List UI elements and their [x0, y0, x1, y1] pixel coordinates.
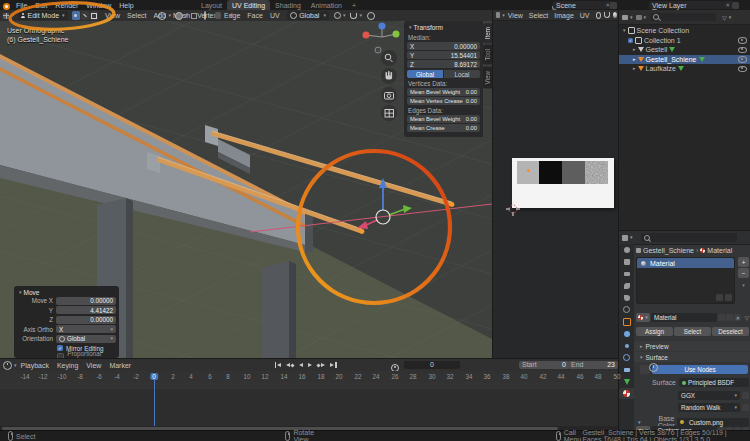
- frame-tick[interactable]: 6: [206, 373, 214, 380]
- number-field[interactable]: Y 15.54401: [407, 51, 480, 59]
- frame-tick[interactable]: 42: [537, 373, 548, 380]
- collection-checkbox[interactable]: ✓: [628, 38, 633, 43]
- filter-icon[interactable]: ▽: [722, 14, 727, 21]
- uv-display-icon[interactable]: [613, 12, 617, 18]
- space-option[interactable]: Global: [407, 70, 443, 78]
- menu-item[interactable]: Help: [115, 2, 137, 9]
- browse-material-button[interactable]: ▾: [636, 313, 650, 322]
- frame-tick[interactable]: 24: [370, 373, 381, 380]
- number-field[interactable]: Mean Bevel Weight 0.00: [407, 115, 480, 123]
- frame-tick[interactable]: 20: [333, 373, 344, 380]
- menu-item[interactable]: Image: [551, 12, 576, 19]
- outliner-row-gestell[interactable]: ▸ Gestell: [619, 45, 750, 55]
- menu-item[interactable]: UV: [577, 12, 593, 19]
- expand-icon[interactable]: ▾: [638, 420, 641, 425]
- deselect-button[interactable]: Deselect: [712, 327, 749, 336]
- menu-item[interactable]: Select: [526, 12, 551, 19]
- menu-item[interactable]: Keying: [53, 362, 82, 369]
- menu-item[interactable]: Window: [82, 2, 115, 9]
- camera-view-button[interactable]: [381, 87, 397, 103]
- workspace-tab[interactable]: Shading: [270, 0, 306, 10]
- frame-tick[interactable]: 8: [224, 373, 232, 380]
- menu-item[interactable]: Select: [124, 12, 150, 19]
- tab-modifiers[interactable]: [619, 328, 634, 339]
- outliner-row-collection-1[interactable]: ✓ Collection 1: [619, 36, 750, 46]
- uv-pivot-icon[interactable]: [596, 12, 602, 19]
- space-option[interactable]: Local: [444, 70, 480, 78]
- number-field[interactable]: Z 8.69172: [407, 60, 480, 68]
- workspace-tab[interactable]: Animation: [306, 0, 347, 10]
- playhead[interactable]: [154, 380, 155, 429]
- menu-item[interactable]: Playback: [17, 362, 53, 369]
- outliner-search[interactable]: [650, 13, 716, 21]
- uv-vertex[interactable]: [527, 169, 530, 172]
- tab-material[interactable]: [619, 388, 634, 399]
- editor-type-icon[interactable]: [3, 13, 9, 19]
- preview-panel-header[interactable]: ▸ Preview: [634, 341, 750, 351]
- number-field[interactable]: 0.00000: [56, 297, 116, 305]
- surface-panel-header[interactable]: ▾ Surface: [634, 352, 750, 362]
- next-keyframe-button[interactable]: [315, 363, 328, 367]
- menu-item[interactable]: UV: [266, 12, 283, 19]
- assign-button[interactable]: Assign: [636, 327, 673, 336]
- frame-tick[interactable]: 0: [150, 373, 158, 380]
- eye-icon[interactable]: [738, 66, 747, 73]
- frame-tick[interactable]: 34: [463, 373, 474, 380]
- nav-negative-axis[interactable]: [375, 47, 381, 53]
- orientation-dropdown[interactable]: Global ▾: [56, 335, 116, 343]
- gizmos-toggle-icon[interactable]: [158, 12, 166, 20]
- proportional-editing-icon[interactable]: [367, 12, 375, 20]
- slot-specials-menu[interactable]: ▾: [738, 282, 749, 288]
- uv-snap-icon[interactable]: [604, 12, 610, 18]
- remove-slot-button[interactable]: −: [738, 268, 749, 278]
- current-frame-field[interactable]: 0: [404, 361, 460, 369]
- edge-select-button[interactable]: [81, 11, 89, 20]
- viewport-3d[interactable]: User Orthographic (6) Gestell_Schiene ▾ …: [0, 21, 492, 358]
- fake-user-button[interactable]: [726, 314, 733, 321]
- panel-title[interactable]: Transform: [414, 24, 443, 31]
- number-field[interactable]: 4.41422: [56, 306, 116, 314]
- material-slot[interactable]: Material: [637, 258, 734, 268]
- number-field[interactable]: Mean Bevel Weight 0.00: [407, 88, 480, 96]
- eye-icon[interactable]: [738, 37, 747, 44]
- frame-tick[interactable]: 50: [611, 373, 622, 380]
- menu-item[interactable]: File: [12, 2, 31, 9]
- face-select-button[interactable]: [90, 11, 98, 20]
- expand-icon[interactable]: ▸: [633, 66, 636, 71]
- frame-tick[interactable]: -6: [94, 373, 104, 380]
- menu-item[interactable]: Face: [244, 12, 267, 19]
- frame-tick[interactable]: 30: [426, 373, 437, 380]
- outliner-row-scene-collection[interactable]: ▾ Scene Collection: [619, 26, 750, 36]
- frame-tick[interactable]: 46: [574, 373, 585, 380]
- number-field[interactable]: Mean Crease 0.00: [407, 124, 480, 132]
- nav-y-axis[interactable]: [393, 31, 400, 38]
- prev-keyframe-button[interactable]: [284, 363, 297, 367]
- frame-tick[interactable]: 16: [296, 373, 307, 380]
- material-name-field[interactable]: Material: [651, 313, 717, 322]
- distribution-dropdown[interactable]: GGX ▾: [678, 391, 740, 400]
- frame-tick[interactable]: 38: [500, 373, 511, 380]
- frame-tick[interactable]: -12: [36, 373, 49, 380]
- vertex-select-button[interactable]: [72, 11, 80, 20]
- timeline-channel-area[interactable]: [0, 382, 618, 426]
- frame-tick[interactable]: -14: [18, 373, 31, 380]
- wireframe-shading-button[interactable]: [201, 12, 209, 19]
- tab-scene[interactable]: [619, 292, 634, 303]
- frame-tick[interactable]: 40: [518, 373, 529, 380]
- tab-output[interactable]: [619, 268, 634, 279]
- navigation-gizmo[interactable]: [363, 23, 400, 54]
- play-reverse-button[interactable]: [297, 363, 306, 367]
- frame-tick[interactable]: -4: [112, 373, 122, 380]
- frame-tick[interactable]: 28: [407, 373, 418, 380]
- breadcrumb-material[interactable]: Material: [707, 247, 732, 254]
- use-nodes-button[interactable]: Use Nodes: [652, 365, 748, 374]
- overlays-toggle-icon[interactable]: [175, 12, 183, 20]
- frame-tick[interactable]: 18: [315, 373, 326, 380]
- jump-to-end-button[interactable]: [328, 362, 340, 368]
- number-field[interactable]: 0.00000: [56, 316, 116, 324]
- nav-z-axis[interactable]: [379, 23, 386, 30]
- add-slot-button[interactable]: +: [738, 257, 749, 267]
- chevron-down-icon[interactable]: ▾: [19, 290, 22, 295]
- new-material-button[interactable]: [718, 314, 725, 321]
- view-layer-selector[interactable]: View Layer ✕: [649, 1, 733, 9]
